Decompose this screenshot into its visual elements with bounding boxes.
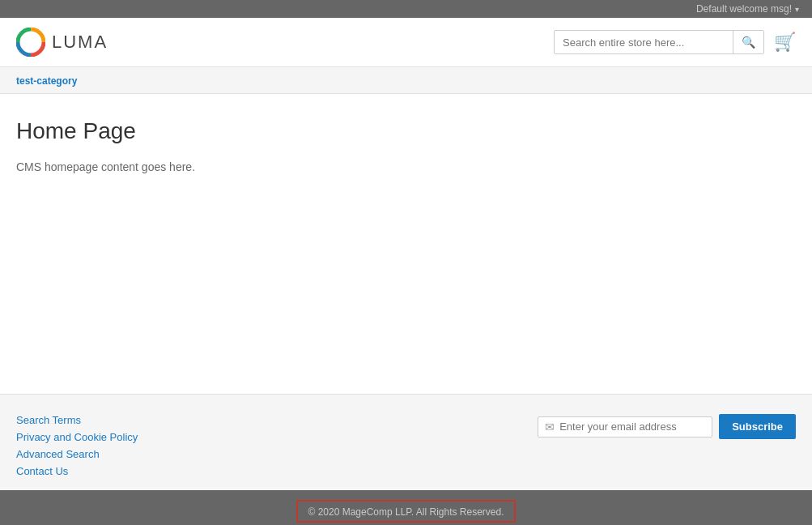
footer-link-advanced-search[interactable]: Advanced Search <box>16 448 138 460</box>
logo-area: LUMA <box>16 28 108 57</box>
footer-link-contact[interactable]: Contact Us <box>16 465 138 477</box>
welcome-chevron: ▾ <box>795 5 799 14</box>
footer-links: Search Terms Privacy and Cookie Policy A… <box>16 414 138 477</box>
cms-content: CMS homepage content goes here. <box>16 160 796 173</box>
search-input[interactable] <box>555 32 733 53</box>
subscribe-button[interactable]: Subscribe <box>719 414 796 439</box>
footer-link-privacy[interactable]: Privacy and Cookie Policy <box>16 431 138 443</box>
bottom-bar: © 2020 MageComp LLP. All Rights Reserved… <box>0 490 812 525</box>
footer-link-search-terms[interactable]: Search Terms <box>16 414 138 426</box>
email-input-wrap: ✉ <box>538 416 712 438</box>
luma-logo-icon <box>16 28 45 57</box>
nav-bar: test-category <box>0 67 812 94</box>
footer: Search Terms Privacy and Cookie Policy A… <box>0 394 812 490</box>
main-content: Home Page CMS homepage content goes here… <box>0 94 812 394</box>
header: LUMA 🔍 🛒 <box>0 18 812 67</box>
search-box: 🔍 <box>554 30 764 54</box>
page-title: Home Page <box>16 118 796 144</box>
copyright-text: © 2020 MageComp LLP. All Rights Reserved… <box>308 506 504 518</box>
top-bar: Default welcome msg! ▾ <box>0 0 812 18</box>
copyright-box: © 2020 MageComp LLP. All Rights Reserved… <box>296 500 515 523</box>
email-icon: ✉ <box>545 420 555 433</box>
header-right: 🔍 🛒 <box>554 30 796 54</box>
newsletter-area: ✉ Subscribe <box>538 414 796 439</box>
welcome-message: Default welcome msg! <box>696 3 792 15</box>
logo-text[interactable]: LUMA <box>52 32 108 53</box>
email-input[interactable] <box>559 420 705 433</box>
cart-icon[interactable]: 🛒 <box>774 32 796 53</box>
search-button[interactable]: 🔍 <box>733 31 763 53</box>
footer-inner: Search Terms Privacy and Cookie Policy A… <box>16 414 796 477</box>
breadcrumb-category[interactable]: test-category <box>16 75 77 87</box>
